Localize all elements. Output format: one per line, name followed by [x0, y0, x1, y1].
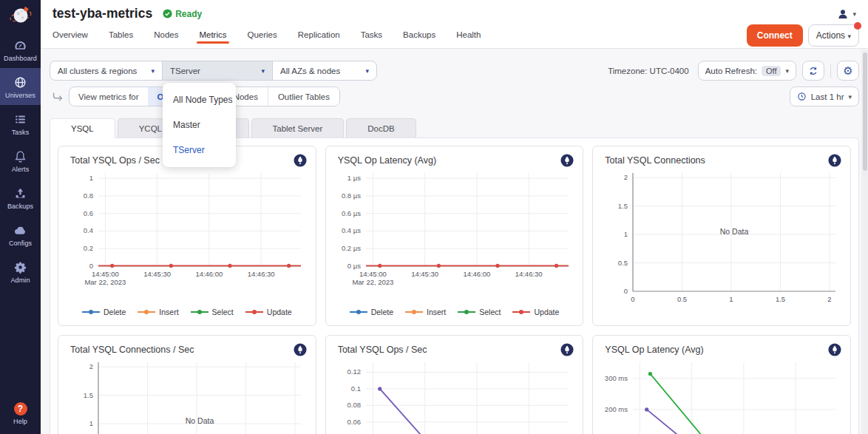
yugabyte-logo-icon[interactable]	[828, 343, 841, 356]
header: test-yba-metrics Ready ▾ OverviewTablesN…	[41, 0, 868, 49]
chart-plot[interactable]: 300 ms200 ms100 ms0 ms14:45:00Mar 22, 20…	[600, 356, 843, 434]
chart-title: Total YSQL Ops / Sec	[338, 345, 427, 355]
admin-icon	[13, 260, 28, 274]
configs-icon	[13, 223, 28, 237]
node-type-select[interactable]: TServer▾	[162, 61, 273, 81]
svg-text:1 µs: 1 µs	[347, 174, 361, 182]
chevron-down-icon: ▾	[365, 67, 369, 75]
connect-button[interactable]: Connect	[747, 24, 803, 47]
svg-text:1: 1	[624, 230, 628, 238]
actions-button[interactable]: Actions ▾	[808, 24, 859, 47]
sidebar-item-configs[interactable]: Configs	[0, 216, 41, 253]
sidebar-item-help[interactable]: ? Help	[0, 395, 41, 434]
sidebar-item-universes[interactable]: Universes	[0, 68, 41, 105]
tab-replication[interactable]: Replication	[298, 30, 340, 44]
scrollbar-thumb[interactable]	[863, 52, 867, 171]
metric-tab-tablet-server[interactable]: Tablet Server	[251, 118, 345, 138]
view-metrics-label: View metrics for	[69, 92, 148, 101]
yugabyte-logo-icon[interactable]	[560, 343, 574, 356]
chart-plot[interactable]: 10.80.60.40.2014:45:00Mar 22, 202314:45:…	[66, 167, 308, 305]
tasks-icon	[13, 112, 28, 126]
cluster-region-select[interactable]: All clusters & regions▾	[50, 61, 163, 81]
yugabyte-logo-icon[interactable]	[294, 343, 307, 356]
auto-refresh-button[interactable]: Auto Refresh: Off ▾	[698, 61, 796, 81]
metric-tab-docdb[interactable]: DocDB	[346, 118, 416, 138]
svg-text:0.12: 0.12	[347, 367, 361, 376]
legend-item-update[interactable]: Update	[512, 308, 559, 316]
user-menu[interactable]: ▾	[836, 7, 856, 21]
svg-text:300 ms: 300 ms	[605, 374, 628, 382]
tab-tables[interactable]: Tables	[109, 30, 133, 44]
refresh-icon	[808, 66, 818, 76]
legend-item-delete[interactable]: Delete	[82, 308, 126, 316]
svg-text:Mar 22, 2023: Mar 22, 2023	[352, 278, 393, 286]
svg-text:0.06: 0.06	[347, 418, 361, 426]
auto-refresh-value: Off	[762, 66, 781, 76]
tab-overview[interactable]: Overview	[52, 30, 88, 44]
chart-plot[interactable]: 0.120.10.080.060.040.02014:45:00Mar 22, …	[333, 356, 576, 434]
sidebar-item-tasks[interactable]: Tasks	[0, 105, 41, 142]
menu-item-all-node-types[interactable]: All Node Types	[163, 87, 236, 112]
svg-text:0.6: 0.6	[84, 209, 93, 217]
svg-text:14:46:30: 14:46:30	[248, 270, 275, 278]
svg-text:0.2 µs: 0.2 µs	[342, 244, 361, 252]
svg-text:0: 0	[624, 287, 628, 295]
chart-plot[interactable]: 1 µs0.8 µs0.6 µs0.4 µs0.2 µs0 µs14:45:00…	[333, 167, 576, 305]
sidebar-item-alerts[interactable]: Alerts	[0, 142, 41, 179]
legend-item-insert[interactable]: Insert	[405, 308, 446, 316]
yugabyte-logo-icon[interactable]	[294, 154, 307, 167]
chart-title: Total YSQL Connections	[605, 155, 705, 166]
svg-text:2: 2	[624, 173, 628, 181]
svg-text:0.8 µs: 0.8 µs	[342, 191, 361, 200]
vertical-scrollbar[interactable]	[861, 50, 868, 434]
svg-text:0.5: 0.5	[618, 259, 628, 267]
sidebar-item-dashboard[interactable]: Dashboard	[0, 31, 41, 68]
chart-plot[interactable]: 21.510.5000.511.52No Data	[66, 356, 308, 434]
menu-item-master[interactable]: Master	[163, 112, 236, 138]
tab-queries[interactable]: Queries	[248, 30, 277, 44]
tab-tasks[interactable]: Tasks	[361, 30, 382, 44]
help-icon: ?	[14, 402, 27, 416]
sidebar-item-label: Configs	[9, 240, 32, 247]
settings-button[interactable]: ⚙	[837, 61, 859, 81]
yugabyte-logo-icon[interactable]	[828, 154, 841, 167]
tab-nodes[interactable]: Nodes	[154, 30, 178, 44]
sidebar-item-backups[interactable]: Backups	[0, 179, 41, 216]
svg-text:0.2: 0.2	[84, 244, 93, 252]
svg-text:14:46:00: 14:46:00	[195, 270, 223, 278]
svg-text:1: 1	[89, 174, 93, 182]
user-avatar-icon	[836, 7, 850, 21]
refresh-button[interactable]	[802, 61, 824, 81]
legend-item-delete[interactable]: Delete	[350, 308, 393, 316]
legend-item-select[interactable]: Select	[191, 308, 234, 316]
status-badge: Ready	[163, 9, 202, 19]
view-option-outlier-tables[interactable]: Outlier Tables	[268, 87, 339, 106]
chevron-down-icon: ▾	[847, 33, 851, 40]
tab-health[interactable]: Health	[456, 30, 481, 44]
yugabyte-logo-icon[interactable]	[560, 154, 574, 167]
svg-text:No Data: No Data	[720, 227, 749, 236]
chart-plot[interactable]: 21.510.5000.511.52No Data	[600, 167, 843, 319]
legend-item-select[interactable]: Select	[458, 308, 501, 316]
sidebar-item-admin[interactable]: Admin	[0, 253, 41, 290]
tab-backups[interactable]: Backups	[403, 30, 435, 44]
clock-icon	[797, 92, 807, 101]
time-range-button[interactable]: Last 1 hr ▾	[790, 87, 859, 106]
az-node-select[interactable]: All AZs & nodes▾	[272, 61, 377, 81]
timezone-label: Timezone: UTC-0400	[608, 67, 689, 75]
svg-text:14:45:30: 14:45:30	[143, 270, 171, 278]
menu-item-tserver[interactable]: TServer	[163, 138, 236, 163]
svg-text:1.5: 1.5	[776, 295, 785, 303]
chart-legend: DeleteInsertSelectUpdate	[333, 305, 576, 319]
chart-panel-1: Total YSQL Ops / Sec10.80.60.40.2014:45:…	[58, 146, 316, 326]
chevron-down-icon: ▾	[261, 67, 265, 75]
metric-tab-ysql[interactable]: YSQL	[50, 118, 115, 138]
tab-metrics[interactable]: Metrics	[199, 30, 226, 44]
yugabyte-app-logo-icon[interactable]	[0, 0, 41, 31]
svg-text:0: 0	[631, 295, 635, 303]
svg-text:2: 2	[89, 362, 93, 370]
legend-item-insert[interactable]: Insert	[138, 308, 178, 316]
legend-item-update[interactable]: Update	[245, 308, 292, 316]
chart-panel-2: YSQL Op Latency (Avg)1 µs0.8 µs0.6 µs0.4…	[325, 146, 584, 326]
svg-text:0.6 µs: 0.6 µs	[342, 209, 361, 217]
